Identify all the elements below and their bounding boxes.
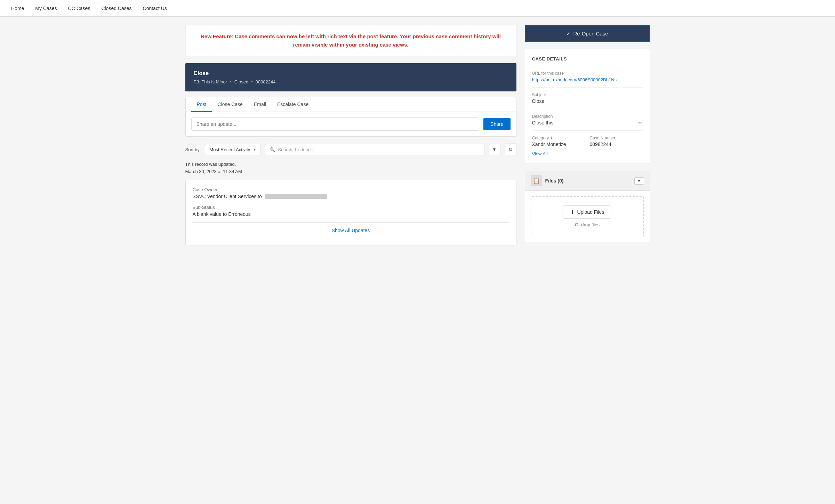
tab-escalate-case[interactable]: Escalate Case — [272, 97, 314, 112]
subject-value: Close — [532, 98, 643, 104]
files-icon: 📋 — [531, 175, 542, 186]
case-number-header: 00982244 — [256, 79, 276, 84]
refresh-button[interactable]: ↻ — [505, 144, 516, 155]
activity-timestamp: This record was updated. March 30, 2023 … — [185, 161, 516, 176]
drop-files-text: Or drop files — [540, 222, 635, 227]
filter-icon: ▼ — [492, 147, 497, 152]
url-link[interactable]: https://help.xandr.com/5006S00002Bb1Ns — [532, 77, 617, 82]
category-label: Category ℹ — [532, 136, 585, 140]
detail-case-number: Case Number 00982244 — [590, 136, 643, 147]
url-label: URL for this case — [532, 71, 643, 76]
detail-subject: Subject Close — [532, 92, 643, 109]
description-row: Close this ✏ — [532, 120, 643, 125]
left-column: New Feature: Case comments can now be le… — [185, 25, 516, 245]
field-label-substatus: Sub-Status — [193, 205, 509, 210]
detail-description: Description Close this ✏ — [532, 114, 643, 131]
case-number-label: Case Number — [590, 136, 643, 140]
files-drop-area[interactable]: ⬆ Upload Files Or drop files — [531, 196, 644, 236]
files-title: Files (0) — [545, 178, 564, 184]
search-placeholder: Search this feed... — [278, 147, 314, 152]
files-header: 📋 Files (0) ▼ — [525, 171, 650, 191]
upload-files-button[interactable]: ⬆ Upload Files — [563, 205, 612, 219]
field-label-owner: Case Owner — [193, 187, 509, 192]
activity-card: Case Owner SSVC Vendor Client Services t… — [185, 180, 516, 245]
tab-email[interactable]: Email — [248, 97, 272, 112]
category-value: Xandr Monetize — [532, 141, 585, 147]
redacted-bar — [265, 194, 327, 199]
nav-cc-cases[interactable]: CC Cases — [68, 6, 90, 11]
reopen-label: Re-Open Case — [573, 31, 608, 36]
case-status: Closed — [234, 79, 248, 84]
activity-time: March 30, 2023 at 11:34 AM — [185, 168, 516, 176]
description-value: Close this — [532, 120, 553, 125]
nav-my-cases[interactable]: My Cases — [35, 6, 57, 11]
url-value: https://help.xandr.com/5006S00002Bb1Ns — [532, 77, 643, 82]
share-button[interactable]: Share — [483, 118, 510, 130]
field-value-substatus: A blank value to Erroneous — [193, 211, 509, 217]
feature-banner: New Feature: Case comments can now be le… — [185, 25, 516, 56]
case-number-value: 00982244 — [590, 141, 643, 147]
files-collapse-button[interactable]: ▼ — [634, 177, 644, 185]
chevron-down-icon: ▼ — [253, 148, 256, 152]
field-value-owner: SSVC Vendor Client Services to — [193, 194, 509, 199]
nav-contact-us[interactable]: Contact Us — [143, 6, 167, 11]
filter-button[interactable]: ▼ — [489, 144, 500, 155]
tab-bar: Post Close Case Email Escalate Case — [186, 97, 516, 112]
files-header-left: 📋 Files (0) — [531, 175, 564, 186]
nav-closed-cases[interactable]: Closed Cases — [101, 6, 131, 11]
page-layout: New Feature: Case comments can now be le… — [174, 17, 661, 254]
post-input-row: Share — [186, 112, 516, 136]
reopen-case-button[interactable]: ✓ Re-Open Case — [525, 25, 650, 42]
sort-value: Most Recent Activity — [209, 147, 250, 152]
checkmark-icon: ✓ — [566, 31, 570, 36]
files-panel: 📋 Files (0) ▼ ⬆ Upload Files Or drop fil… — [525, 171, 650, 242]
case-meta: P3: This is Minor • Closed • 00982244 — [194, 79, 508, 84]
case-title: Close — [194, 70, 508, 76]
separator-dot-1: • — [230, 79, 232, 84]
banner-text: New Feature: Case comments can now be le… — [194, 32, 508, 49]
separator-dot-2: • — [251, 79, 253, 84]
case-details-panel: CASE DETAILS URL for this case https://h… — [525, 49, 650, 164]
post-input[interactable] — [191, 117, 480, 131]
description-label: Description — [532, 114, 643, 119]
detail-category: Category ℹ Xandr Monetize — [532, 136, 585, 147]
tab-post[interactable]: Post — [191, 97, 212, 112]
post-section: Post Close Case Email Escalate Case Shar… — [185, 97, 516, 137]
subject-label: Subject — [532, 92, 643, 97]
show-all-updates-button[interactable]: Show All Updates — [193, 222, 509, 238]
sort-select[interactable]: Most Recent Activity ▼ — [205, 144, 261, 155]
sort-bar: Sort by: Most Recent Activity ▼ 🔍 Search… — [185, 144, 516, 155]
edit-icon[interactable]: ✏ — [639, 120, 643, 125]
navigation: Home My Cases CC Cases Closed Cases Cont… — [0, 0, 835, 17]
activity-field-owner: Case Owner SSVC Vendor Client Services t… — [193, 187, 509, 199]
view-all-link[interactable]: View All — [532, 151, 643, 156]
case-details-title: CASE DETAILS — [532, 56, 643, 65]
info-icon: ℹ — [551, 136, 552, 140]
upload-icon: ⬆ — [570, 209, 575, 215]
case-header: Close P3: This is Minor • Closed • 00982… — [185, 63, 516, 91]
activity-updated-text: This record was updated. — [185, 161, 516, 168]
case-priority: P3: This is Minor — [194, 79, 227, 84]
nav-home[interactable]: Home — [11, 6, 24, 11]
detail-url: URL for this case https://help.xandr.com… — [532, 71, 643, 88]
tab-close-case[interactable]: Close Case — [212, 97, 248, 112]
upload-label: Upload Files — [577, 209, 604, 215]
right-column: ✓ Re-Open Case CASE DETAILS URL for this… — [525, 25, 650, 245]
sort-label: Sort by: — [185, 147, 201, 152]
refresh-icon: ↻ — [508, 147, 513, 152]
search-feed-box[interactable]: 🔍 Search this feed... — [265, 144, 484, 155]
search-icon: 🔍 — [270, 147, 275, 152]
activity-field-substatus: Sub-Status A blank value to Erroneous — [193, 205, 509, 217]
detail-grid: Category ℹ Xandr Monetize Case Number 00… — [532, 136, 643, 147]
